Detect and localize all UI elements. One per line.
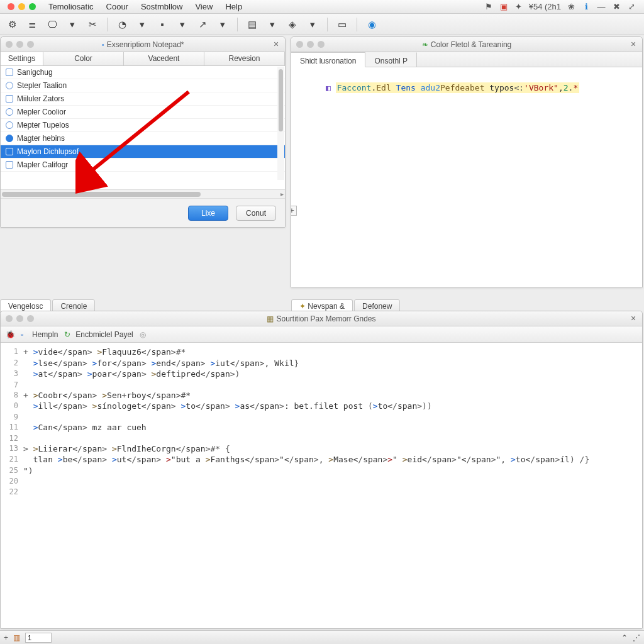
statusbar: + ▥ ⌃ ⋰ [0, 630, 644, 644]
col-settings[interactable]: Settings [1, 52, 43, 65]
settings-list[interactable]: Sanigchug Stepler Taalion Miiluler Zator… [1, 66, 285, 189]
flag-icon: ⚑ [484, 2, 494, 12]
tag-icon[interactable]: ◈ [284, 17, 301, 32]
dropdown4-icon[interactable]: ▾ [214, 17, 231, 32]
list-icon[interactable]: ≣ [24, 17, 40, 32]
col-vacedent[interactable]: Vacedent [124, 52, 204, 65]
shield-icon: ▣ [499, 2, 509, 12]
close-dot[interactable] [8, 3, 14, 10]
menu-templosatic[interactable]: Temoliosatic [43, 1, 99, 13]
menu-sostmblow[interactable]: Sostmbllow [136, 1, 187, 13]
globe-icon[interactable]: ◉ [364, 17, 380, 32]
color-panel: ❧Color Fletol & Tareaning × Shidt lusron… [291, 36, 643, 288]
star-icon: ✦ [299, 302, 306, 311]
source-toolbar: 🐞 ▫Hempln ↻Encbmiclel Payel ◎ [1, 326, 642, 343]
dropdown5-icon[interactable]: ▾ [264, 17, 280, 32]
list-item[interactable]: Sanigchug [1, 66, 285, 79]
flower-icon: ❀ [566, 2, 576, 12]
code-editor-right[interactable]: ◧ Faccont.Edl Tens adu2Pefdeabet typos<:… [291, 67, 642, 287]
runner-icon: ✦ [514, 2, 524, 12]
add-icon[interactable]: + [4, 633, 8, 642]
close-icon[interactable]: × [271, 39, 281, 49]
settings-column-headers: Settings Color Vacedent Revesion [1, 52, 285, 66]
add-line-button[interactable]: + [291, 206, 297, 216]
resize-icon[interactable]: ⋰ [633, 633, 640, 642]
color-panel-title: Color Fletol & Tareaning [431, 40, 512, 49]
menu-coour[interactable]: Coour [101, 1, 133, 13]
card-icon[interactable]: ▭ [334, 17, 350, 32]
col-revesion[interactable]: Revesion [204, 52, 285, 65]
close-icon[interactable]: × [628, 313, 638, 323]
primary-button[interactable]: Lixe [188, 206, 228, 221]
secondary-button[interactable]: Conut [236, 206, 276, 221]
workspace: ▫Exsenriptiom Notepad* × Settings Color … [0, 35, 644, 630]
list-item[interactable]: Miiluler Zators [1, 92, 285, 106]
dropdown-icon[interactable]: ▾ [64, 17, 80, 32]
vertical-scrollbar[interactable] [277, 67, 284, 180]
list-item-selected[interactable]: Maylon Dichlupsof [1, 145, 285, 158]
marker-icon: ◧ [326, 83, 331, 92]
info-icon[interactable]: ℹ [581, 2, 591, 12]
dropdown3-icon[interactable]: ▾ [174, 17, 191, 32]
expand-icon[interactable]: ✖ [611, 2, 621, 12]
minimize-icon[interactable]: — [596, 2, 606, 12]
settings-dialog-title: Exsenriptiom Notepad* [107, 40, 184, 49]
status-text: ¥54 (2h1 [529, 2, 561, 11]
list-item[interactable]: Stepler Taalion [1, 79, 285, 92]
system-menubar: Temoliosatic Coour Sostmbllow View Help … [0, 0, 644, 14]
horizontal-scrollbar[interactable]: ▸ [1, 189, 285, 198]
list-item[interactable]: Mepter Tupelos [1, 119, 285, 132]
cut-icon[interactable]: ✂ [84, 17, 101, 32]
chip-hempln[interactable]: ▫Hempln [21, 330, 58, 339]
leaf-icon: ❧ [422, 40, 428, 49]
source-panel: ▦Sourtition Pax Memorr Gndes × 🐞 ▫Hempln… [0, 311, 643, 629]
settings-dialog: ▫Exsenriptiom Notepad* × Settings Color … [0, 36, 286, 228]
folder-icon[interactable]: ▪ [154, 17, 170, 32]
bug-icon[interactable]: 🐞 [6, 330, 14, 339]
monitor-icon[interactable]: 🖵 [44, 17, 60, 32]
main-toolbar: ⚙ ≣ 🖵 ▾ ✂ ◔ ▾ ▪ ▾ ↗ ▾ ▤ ▾ ◈ ▾ ▭ ◉ [0, 14, 644, 35]
col-color[interactable]: Color [43, 52, 124, 65]
chevron-up-icon[interactable]: ⌃ [621, 633, 628, 642]
grid-icon: ▦ [267, 314, 274, 323]
tab-shidt[interactable]: Shidt lusronation [291, 52, 365, 67]
close-icon[interactable]: × [628, 39, 638, 49]
debug-icon[interactable]: ⚙ [4, 17, 20, 32]
target-icon[interactable]: ◎ [140, 330, 148, 339]
pointer-icon[interactable]: ↗ [194, 17, 211, 32]
menu-help[interactable]: Help [220, 1, 247, 13]
source-editor[interactable]: 1+ >vide</span> >Flaquuz6</span>#*2 >lse… [1, 343, 642, 628]
dropdown6-icon[interactable]: ▾ [304, 17, 321, 32]
doc-icon: ▫ [102, 40, 104, 49]
menubar-status-area: ⚑ ▣ ✦ ¥54 (2h1 ❀ ℹ — ✖ ⤢ [484, 2, 641, 12]
chip-encbmiclel[interactable]: ↻Encbmiclel Payel [64, 330, 133, 339]
list-item[interactable]: Mapler Califogr [1, 158, 285, 172]
zoom-dot[interactable] [29, 3, 36, 10]
tab-onsothl[interactable]: Onsothl P [365, 52, 417, 67]
source-panel-title: Sourtition Pax Memorr Gndes [276, 314, 375, 323]
more-icon[interactable]: ⤢ [626, 2, 636, 12]
window-traffic-lights [3, 3, 41, 10]
page-icon: ▫ [21, 330, 30, 339]
menu-view[interactable]: View [190, 1, 218, 13]
list-item[interactable]: Magter hebins [1, 132, 285, 145]
refresh-icon: ↻ [64, 330, 73, 339]
clock-icon[interactable]: ◔ [114, 17, 130, 32]
page-input[interactable] [25, 633, 52, 643]
list-item[interactable]: Mepler Coolior [1, 106, 285, 119]
dropdown2-icon[interactable]: ▾ [134, 17, 150, 32]
minimize-dot[interactable] [18, 3, 25, 10]
layers-icon[interactable]: ▥ [13, 633, 20, 642]
layout-icon[interactable]: ▤ [244, 17, 260, 32]
